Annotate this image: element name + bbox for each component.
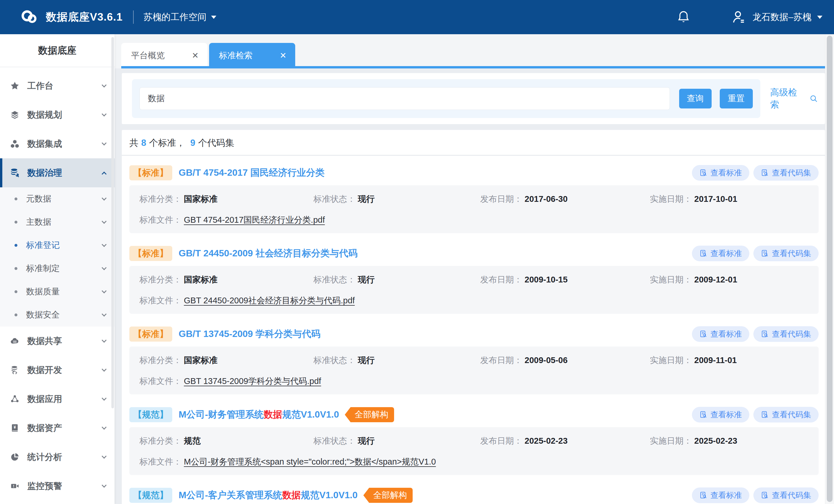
- view-standard-button[interactable]: 查看标准: [692, 487, 749, 503]
- view-standard-button[interactable]: 查看标准: [692, 326, 749, 342]
- result-item: 【标准】 GB/T 13745-2009 学科分类与代码 查看标准 查看代码集: [122, 317, 825, 398]
- advanced-search-link[interactable]: 高级检索: [770, 86, 818, 111]
- field-label: 实施日期：: [650, 435, 692, 447]
- chevron-down-icon: [102, 242, 107, 247]
- sidebar-item-statistics[interactable]: 统计分析: [0, 442, 114, 472]
- bullet-dot-icon: [15, 290, 17, 293]
- chevron-down-icon: [102, 396, 107, 401]
- sidebar-item-data-sharing[interactable]: 数据共享: [0, 327, 114, 355]
- standard-file-link[interactable]: GBT 24450-2009社会经济目标分类与代码.pdf: [184, 295, 355, 307]
- star-icon: [10, 81, 20, 91]
- implement-date-value: 2025-02-23: [694, 436, 737, 446]
- sidebar-item-data-assets[interactable]: ¥ 数据资产: [0, 414, 114, 442]
- reset-button[interactable]: 重置: [720, 89, 753, 108]
- database-code-icon: [10, 365, 20, 375]
- page-scrollbar-thumb[interactable]: [827, 36, 833, 502]
- user-menu[interactable]: 龙石数据–苏槐: [752, 11, 834, 23]
- view-codeset-button[interactable]: 查看代码集: [753, 165, 819, 181]
- sidebar-item-data-quality[interactable]: 数据质量: [0, 280, 114, 303]
- sidebar-item-label: 数据共享: [27, 335, 62, 347]
- query-button[interactable]: 查询: [679, 89, 711, 108]
- field-label: 发布日期：: [480, 355, 522, 366]
- publish-date-value: 2009-05-06: [525, 355, 568, 365]
- search-panel: 查询 重置: [132, 79, 760, 118]
- result-item: 【规范】 M公司-财务管理系统数据规范V1.0V1.0 全部解构 查看标准 查看…: [122, 398, 825, 478]
- view-standard-button[interactable]: 查看标准: [692, 246, 749, 261]
- sidebar-item-label: 数据应用: [27, 393, 62, 405]
- title-text: GB/T 13745-2009 学科分类与代码: [179, 329, 321, 339]
- standard-title-link[interactable]: M公司-财务管理系统数据规范V1.0V1.0: [179, 408, 339, 421]
- sidebar-item-standard-formulation[interactable]: 标准制定: [0, 257, 114, 280]
- standard-type-badge: 【标准】: [129, 327, 172, 342]
- sidebar-item-standard-registration[interactable]: 标准登记: [0, 234, 114, 257]
- sidebar-item-label: 数据集成: [27, 138, 62, 150]
- bullet-dot-icon: [15, 313, 17, 316]
- pill-label: 查看代码集: [772, 248, 811, 259]
- view-codeset-button[interactable]: 查看代码集: [753, 246, 819, 261]
- standard-file-link[interactable]: GBT 13745-2009学科分类与代码.pdf: [184, 375, 321, 387]
- tab-label: 标准检索: [219, 50, 253, 62]
- workspace-selector[interactable]: 苏槐的工作空间: [144, 11, 216, 23]
- field-label: 实施日期：: [650, 274, 692, 286]
- standard-title-link[interactable]: GB/T 4754-2017 国民经济行业分类: [179, 167, 325, 179]
- sidebar-item-label: 工作台: [27, 80, 53, 92]
- sidebar-item-workbench[interactable]: 工作台: [0, 71, 114, 100]
- user-avatar-icon[interactable]: [731, 9, 746, 25]
- sidebar-item-metadata[interactable]: 元数据: [0, 187, 114, 211]
- standard-search-input[interactable]: [139, 87, 670, 110]
- view-standard-button[interactable]: 查看标准: [692, 165, 749, 181]
- standard-count: 8: [141, 138, 146, 148]
- sidebar-item-label: 主数据: [26, 216, 51, 228]
- sidebar-item-label: 数据治理: [27, 167, 62, 179]
- standard-title-link[interactable]: M公司-客户关系管理系统数据规范V1.0V1.0: [179, 489, 357, 502]
- caret-down-icon: [211, 16, 216, 19]
- sidebar-item-data-planning[interactable]: 数据规划: [0, 100, 114, 129]
- status-value: 现行: [358, 435, 375, 447]
- view-standard-button[interactable]: 查看标准: [692, 407, 749, 422]
- sidebar-item-data-application[interactable]: 数据应用: [0, 385, 114, 414]
- category-value: 国家标准: [184, 274, 218, 286]
- status-value: 现行: [358, 274, 375, 286]
- chevron-down-icon: [102, 196, 107, 201]
- caret-down-icon: [817, 16, 822, 19]
- standard-title-link[interactable]: GB/T 24450-2009 社会经济目标分类与代码: [179, 247, 357, 260]
- implement-date-value: 2009-12-01: [694, 275, 737, 284]
- title-text: 规范V1.0V1.0: [301, 490, 357, 500]
- publish-date-value: 2025-02-23: [525, 436, 568, 446]
- sidebar-item-label: 数据质量: [26, 286, 60, 298]
- result-item: 【标准】 GB/T 24450-2009 社会经济目标分类与代码 查看标准 查看…: [122, 236, 825, 317]
- sidebar-item-data-development[interactable]: 数据开发: [0, 355, 114, 385]
- view-codeset-button[interactable]: 查看代码集: [753, 407, 819, 422]
- svg-text:¥: ¥: [14, 425, 16, 430]
- logo-icon: [18, 6, 41, 28]
- close-icon[interactable]: ✕: [280, 51, 286, 60]
- sidebar-scrollbar[interactable]: [111, 37, 114, 408]
- view-codeset-button[interactable]: 查看代码集: [753, 487, 819, 503]
- svg-text:!: !: [13, 484, 14, 488]
- field-label: 实施日期：: [650, 355, 692, 366]
- standard-file-link[interactable]: M公司-财务管理系统<span style="color:red;">数据</s…: [184, 456, 436, 468]
- field-label: 标准分类：: [139, 193, 181, 205]
- tab-label: 平台概览: [131, 50, 165, 62]
- tab-platform-overview[interactable]: 平台概览 ✕: [121, 43, 207, 68]
- governance-submenu: 元数据 主数据 标准登记 标准制定: [0, 187, 114, 327]
- pill-label: 查看标准: [710, 329, 742, 339]
- standard-title-link[interactable]: GB/T 13745-2009 学科分类与代码: [179, 328, 321, 341]
- sidebar-item-data-governance[interactable]: 数据治理: [0, 158, 114, 187]
- sidebar-item-master-data[interactable]: 主数据: [0, 211, 114, 234]
- sidebar-item-monitoring[interactable]: ! 监控预警: [0, 472, 114, 501]
- status-value: 现行: [358, 193, 375, 205]
- publish-date-value: 2009-10-15: [525, 275, 568, 284]
- database-wrench-icon: [10, 168, 20, 178]
- main-area: 平台概览 ✕ 标准检索 ✕ 查询 重置 高级检索: [114, 34, 834, 504]
- sidebar-item-data-security[interactable]: 数据安全: [0, 303, 114, 327]
- notification-bell-icon[interactable]: [677, 10, 690, 24]
- view-codeset-button[interactable]: 查看代码集: [753, 326, 819, 342]
- field-label: 标准状态：: [313, 193, 355, 205]
- sidebar-item-data-integration[interactable]: 数据集成: [0, 129, 114, 158]
- advanced-search-label: 高级检索: [770, 86, 806, 111]
- standard-file-link[interactable]: GBT 4754-2017国民经济行业分类.pdf: [184, 214, 325, 226]
- tab-standard-search[interactable]: 标准检索 ✕: [209, 43, 295, 68]
- close-icon[interactable]: ✕: [192, 51, 199, 60]
- summary-standards-label: 个标准，: [149, 137, 185, 149]
